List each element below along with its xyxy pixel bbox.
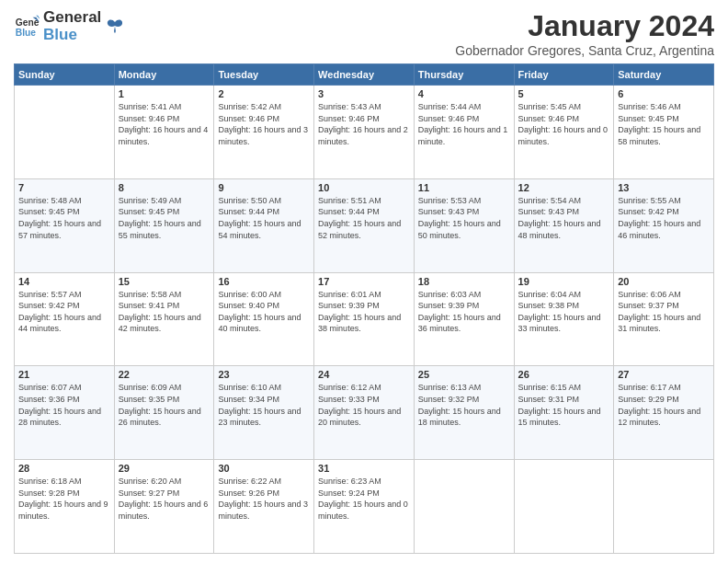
- day-info: Sunrise: 5:55 AMSunset: 9:42 PMDaylight:…: [618, 195, 710, 241]
- calendar-cell: 12Sunrise: 5:54 AMSunset: 9:43 PMDayligh…: [514, 178, 614, 272]
- day-info: Sunrise: 5:43 AMSunset: 9:46 PMDaylight:…: [318, 101, 410, 147]
- logo-icon: General Blue: [14, 14, 40, 40]
- day-info: Sunrise: 5:53 AMSunset: 9:43 PMDaylight:…: [418, 195, 510, 241]
- day-info: Sunrise: 6:00 AMSunset: 9:40 PMDaylight:…: [218, 289, 310, 335]
- svg-text:Blue: Blue: [16, 28, 37, 38]
- logo-bird-icon: [105, 17, 125, 37]
- calendar-week-row: 21Sunrise: 6:07 AMSunset: 9:36 PMDayligh…: [15, 366, 714, 460]
- calendar-week-row: 7Sunrise: 5:48 AMSunset: 9:45 PMDaylight…: [15, 178, 714, 272]
- day-info: Sunrise: 6:22 AMSunset: 9:26 PMDaylight:…: [218, 476, 310, 522]
- calendar-cell: 7Sunrise: 5:48 AMSunset: 9:45 PMDaylight…: [15, 178, 115, 272]
- day-info: Sunrise: 6:20 AMSunset: 9:27 PMDaylight:…: [119, 476, 210, 522]
- calendar-cell: 4Sunrise: 5:44 AMSunset: 9:46 PMDaylight…: [414, 86, 514, 179]
- calendar-week-row: 1Sunrise: 5:41 AMSunset: 9:46 PMDaylight…: [15, 86, 714, 179]
- calendar-cell: 25Sunrise: 6:13 AMSunset: 9:32 PMDayligh…: [414, 366, 514, 460]
- day-info: Sunrise: 5:50 AMSunset: 9:44 PMDaylight:…: [218, 195, 310, 241]
- calendar-cell: 23Sunrise: 6:10 AMSunset: 9:34 PMDayligh…: [214, 366, 314, 460]
- day-number: 19: [518, 276, 610, 287]
- calendar-cell: 16Sunrise: 6:00 AMSunset: 9:40 PMDayligh…: [214, 272, 314, 366]
- day-number: 1: [119, 88, 210, 99]
- day-number: 21: [18, 369, 110, 380]
- day-info: Sunrise: 6:09 AMSunset: 9:35 PMDaylight:…: [119, 382, 210, 428]
- day-number: 26: [518, 369, 610, 380]
- day-number: 14: [18, 276, 110, 287]
- day-number: 23: [218, 369, 310, 380]
- day-info: Sunrise: 6:03 AMSunset: 9:39 PMDaylight:…: [418, 289, 510, 335]
- day-number: 3: [318, 88, 410, 99]
- day-info: Sunrise: 5:44 AMSunset: 9:46 PMDaylight:…: [418, 101, 510, 147]
- weekday-header-sunday: Sunday: [15, 64, 115, 86]
- day-info: Sunrise: 6:23 AMSunset: 9:24 PMDaylight:…: [318, 476, 410, 522]
- calendar-cell: 5Sunrise: 5:45 AMSunset: 9:46 PMDaylight…: [514, 86, 614, 179]
- day-info: Sunrise: 5:54 AMSunset: 9:43 PMDaylight:…: [518, 195, 610, 241]
- day-number: 9: [218, 182, 310, 193]
- calendar-cell: 18Sunrise: 6:03 AMSunset: 9:39 PMDayligh…: [414, 272, 514, 366]
- calendar-cell: 26Sunrise: 6:15 AMSunset: 9:31 PMDayligh…: [514, 366, 614, 460]
- weekday-header-thursday: Thursday: [414, 64, 514, 86]
- calendar-cell: [414, 460, 514, 554]
- day-number: 4: [418, 88, 510, 99]
- calendar-cell: 14Sunrise: 5:57 AMSunset: 9:42 PMDayligh…: [15, 272, 115, 366]
- calendar-cell: [514, 460, 614, 554]
- header: General Blue General Blue January 2024 G…: [14, 9, 714, 58]
- location-subtitle: Gobernador Gregores, Santa Cruz, Argenti…: [455, 43, 714, 58]
- logo-general: General: [43, 9, 101, 27]
- day-number: 12: [518, 182, 610, 193]
- calendar-cell: 27Sunrise: 6:17 AMSunset: 9:29 PMDayligh…: [614, 366, 714, 460]
- day-info: Sunrise: 5:57 AMSunset: 9:42 PMDaylight:…: [18, 289, 110, 335]
- day-number: 8: [119, 182, 210, 193]
- month-title: January 2024: [455, 9, 714, 43]
- day-info: Sunrise: 5:45 AMSunset: 9:46 PMDaylight:…: [518, 101, 610, 147]
- calendar-cell: 24Sunrise: 6:12 AMSunset: 9:33 PMDayligh…: [314, 366, 415, 460]
- day-info: Sunrise: 6:12 AMSunset: 9:33 PMDaylight:…: [318, 382, 410, 428]
- calendar-cell: 31Sunrise: 6:23 AMSunset: 9:24 PMDayligh…: [314, 460, 415, 554]
- weekday-header-tuesday: Tuesday: [214, 64, 314, 86]
- calendar-week-row: 14Sunrise: 5:57 AMSunset: 9:42 PMDayligh…: [15, 272, 714, 366]
- weekday-header-saturday: Saturday: [614, 64, 714, 86]
- day-info: Sunrise: 6:17 AMSunset: 9:29 PMDaylight:…: [618, 382, 710, 428]
- day-info: Sunrise: 6:01 AMSunset: 9:39 PMDaylight:…: [318, 289, 410, 335]
- day-number: 29: [119, 463, 210, 474]
- calendar-cell: 9Sunrise: 5:50 AMSunset: 9:44 PMDaylight…: [214, 178, 314, 272]
- calendar-cell: 20Sunrise: 6:06 AMSunset: 9:37 PMDayligh…: [614, 272, 714, 366]
- logo-blue: Blue: [43, 27, 101, 44]
- weekday-header-monday: Monday: [114, 64, 214, 86]
- page: General Blue General Blue January 2024 G…: [0, 0, 728, 563]
- calendar-cell: 29Sunrise: 6:20 AMSunset: 9:27 PMDayligh…: [114, 460, 214, 554]
- day-info: Sunrise: 5:58 AMSunset: 9:41 PMDaylight:…: [119, 289, 210, 335]
- calendar-cell: 22Sunrise: 6:09 AMSunset: 9:35 PMDayligh…: [114, 366, 214, 460]
- day-info: Sunrise: 6:07 AMSunset: 9:36 PMDaylight:…: [18, 382, 110, 428]
- day-number: 17: [318, 276, 410, 287]
- day-number: 5: [518, 88, 610, 99]
- calendar-cell: 13Sunrise: 5:55 AMSunset: 9:42 PMDayligh…: [614, 178, 714, 272]
- day-number: 13: [618, 182, 710, 193]
- calendar-cell: 8Sunrise: 5:49 AMSunset: 9:45 PMDaylight…: [114, 178, 214, 272]
- day-info: Sunrise: 5:49 AMSunset: 9:45 PMDaylight:…: [119, 195, 210, 241]
- title-block: January 2024 Gobernador Gregores, Santa …: [455, 9, 714, 58]
- calendar-cell: 2Sunrise: 5:42 AMSunset: 9:46 PMDaylight…: [214, 86, 314, 179]
- day-number: 30: [218, 463, 310, 474]
- calendar-cell: 6Sunrise: 5:46 AMSunset: 9:45 PMDaylight…: [614, 86, 714, 179]
- day-number: 7: [18, 182, 110, 193]
- weekday-header-row: SundayMondayTuesdayWednesdayThursdayFrid…: [15, 64, 714, 86]
- day-number: 28: [18, 463, 110, 474]
- day-info: Sunrise: 5:46 AMSunset: 9:45 PMDaylight:…: [618, 101, 710, 147]
- calendar-body: 1Sunrise: 5:41 AMSunset: 9:46 PMDaylight…: [15, 86, 714, 554]
- day-number: 22: [119, 369, 210, 380]
- calendar-cell: 17Sunrise: 6:01 AMSunset: 9:39 PMDayligh…: [314, 272, 415, 366]
- day-info: Sunrise: 5:51 AMSunset: 9:44 PMDaylight:…: [318, 195, 410, 241]
- day-info: Sunrise: 6:15 AMSunset: 9:31 PMDaylight:…: [518, 382, 610, 428]
- day-number: 2: [218, 88, 310, 99]
- calendar-table: SundayMondayTuesdayWednesdayThursdayFrid…: [14, 63, 714, 554]
- day-info: Sunrise: 5:41 AMSunset: 9:46 PMDaylight:…: [119, 101, 210, 147]
- day-number: 24: [318, 369, 410, 380]
- calendar-cell: 11Sunrise: 5:53 AMSunset: 9:43 PMDayligh…: [414, 178, 514, 272]
- weekday-header-friday: Friday: [514, 64, 614, 86]
- calendar-cell: 15Sunrise: 5:58 AMSunset: 9:41 PMDayligh…: [114, 272, 214, 366]
- calendar-cell: 19Sunrise: 6:04 AMSunset: 9:38 PMDayligh…: [514, 272, 614, 366]
- weekday-header-wednesday: Wednesday: [314, 64, 415, 86]
- calendar-cell: 1Sunrise: 5:41 AMSunset: 9:46 PMDaylight…: [114, 86, 214, 179]
- day-number: 27: [618, 369, 710, 380]
- day-number: 31: [318, 463, 410, 474]
- calendar-cell: 28Sunrise: 6:18 AMSunset: 9:28 PMDayligh…: [15, 460, 115, 554]
